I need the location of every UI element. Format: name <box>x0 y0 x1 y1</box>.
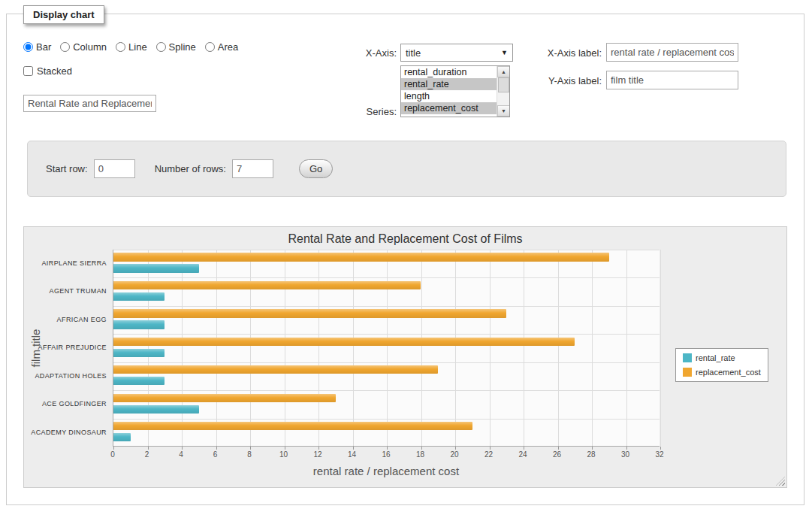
gridline <box>490 250 491 446</box>
bar-replacement_cost[interactable] <box>113 253 609 261</box>
stacked-checkbox[interactable] <box>23 66 33 76</box>
category-label: AIRPLANE SIERRA <box>24 250 107 277</box>
x-tick-label: 26 <box>553 450 561 459</box>
bar-replacement_cost[interactable] <box>113 365 438 374</box>
x-tick-label: 0 <box>110 450 115 459</box>
tick-mark <box>490 447 491 450</box>
bar-replacement_cost[interactable] <box>113 394 336 402</box>
scroll-down-icon[interactable]: ▼ <box>497 105 510 117</box>
resize-handle-icon[interactable] <box>776 477 785 486</box>
dropdown-arrow-icon: ▼ <box>501 49 508 56</box>
x-axis-select-label: X-Axis: <box>321 47 397 59</box>
bar-rental_rate[interactable] <box>113 405 199 414</box>
start-row-input[interactable] <box>94 159 135 178</box>
legend-item-replacement_cost[interactable]: replacement_cost <box>683 368 761 377</box>
chart-type-label: Line <box>128 41 147 53</box>
chart-type-option-area[interactable]: Area <box>205 41 238 53</box>
gridline <box>318 250 319 446</box>
x-tick-label: 10 <box>279 450 288 459</box>
tick-mark <box>285 447 285 450</box>
x-tick-label: 30 <box>621 450 629 459</box>
gridline <box>558 250 559 446</box>
chart-type-radio-spline[interactable] <box>156 42 166 52</box>
x-tick-label: 14 <box>348 450 356 459</box>
tick-mark <box>148 447 149 450</box>
stacked-label: Stacked <box>37 65 72 77</box>
chart-type-radio-group: BarColumnLineSplineArea <box>23 41 238 53</box>
chart-type-radio-line[interactable] <box>116 42 125 52</box>
x-axis-label-input[interactable] <box>606 43 738 62</box>
number-of-rows-input[interactable] <box>232 159 273 178</box>
series-option-rental_duration[interactable]: rental_duration <box>401 66 497 78</box>
gridline <box>182 250 183 446</box>
chart-type-label: Bar <box>36 41 51 53</box>
bar-rental_rate[interactable] <box>113 377 165 385</box>
chart-title-input[interactable] <box>23 95 156 112</box>
series-option-length[interactable]: length <box>401 90 497 102</box>
chart-container: Rental Rate and Replacement Cost of Film… <box>23 226 787 488</box>
chart-type-option-bar[interactable]: Bar <box>23 41 51 53</box>
x-tick-label: 32 <box>655 450 663 459</box>
bar-rental_rate[interactable] <box>113 320 165 329</box>
scroll-thumb[interactable] <box>498 77 509 92</box>
x-axis-select-value: title <box>406 47 421 59</box>
x-tick-label: 16 <box>382 450 390 459</box>
bar-rental_rate[interactable] <box>113 292 165 301</box>
bar-replacement_cost[interactable] <box>113 309 506 317</box>
category-label: AFRICAN EGG <box>24 306 107 334</box>
scroll-up-icon[interactable]: ▲ <box>497 66 510 77</box>
chart-type-label: Column <box>73 41 107 53</box>
series-label: Series: <box>321 106 397 117</box>
stacked-option[interactable]: Stacked <box>23 65 72 77</box>
tick-mark <box>113 447 114 450</box>
chart-type-option-column[interactable]: Column <box>60 41 107 53</box>
gridline <box>387 250 388 446</box>
panel-title: Display chart <box>23 5 104 24</box>
tick-mark <box>182 447 183 450</box>
chart-type-radio-column[interactable] <box>60 42 70 52</box>
tick-mark <box>387 447 388 450</box>
chart-type-radio-area[interactable] <box>205 42 215 52</box>
x-axis-select[interactable]: title ▼ <box>400 44 513 62</box>
tick-mark <box>660 447 661 450</box>
x-tick-label: 4 <box>179 450 183 459</box>
legend-label: replacement_cost <box>696 368 761 377</box>
chart-type-option-spline[interactable]: Spline <box>156 41 196 53</box>
tick-mark <box>592 447 593 450</box>
start-row-label: Start row: <box>46 163 88 174</box>
chart-type-label: Area <box>218 41 238 53</box>
series-scrollbar[interactable]: ▲ ▼ <box>497 66 509 117</box>
bar-rental_rate[interactable] <box>113 264 199 272</box>
plot-area <box>113 250 660 447</box>
chart-type-label: Spline <box>169 41 196 53</box>
x-tick-label: 24 <box>518 450 527 459</box>
bar-rental_rate[interactable] <box>113 433 131 441</box>
tick-mark <box>353 447 354 450</box>
bar-rental_rate[interactable] <box>113 349 165 357</box>
chart-legend: rental_ratereplacement_cost <box>675 348 768 382</box>
x-axis-tick-labels: 02468101214161820222426283032 <box>113 450 660 461</box>
bar-replacement_cost[interactable] <box>113 281 421 289</box>
y-axis-label-input[interactable] <box>606 71 738 89</box>
gridline <box>592 250 593 446</box>
category-label: ACE GOLDFINGER <box>24 390 107 418</box>
x-tick-label: 2 <box>145 450 149 459</box>
x-tick-label: 6 <box>213 450 218 459</box>
display-chart-panel: Display chart BarColumnLineSplineArea St… <box>6 14 804 505</box>
legend-label: rental_rate <box>696 353 735 362</box>
legend-item-rental_rate[interactable]: rental_rate <box>683 353 761 362</box>
legend-swatch-icon <box>683 368 692 377</box>
series-listbox[interactable]: rental_durationrental_ratelengthreplacem… <box>400 65 510 117</box>
bar-replacement_cost[interactable] <box>113 422 472 430</box>
gridline <box>455 250 456 446</box>
gridline <box>626 250 627 446</box>
tick-mark <box>524 447 524 450</box>
category-axis-labels: AIRPLANE SIERRAAGENT TRUMANAFRICAN EGGAF… <box>24 250 107 447</box>
tick-mark <box>250 447 251 450</box>
chart-type-radio-bar[interactable] <box>23 42 33 52</box>
series-option-replacement_cost[interactable]: replacement_cost <box>401 102 497 114</box>
go-button[interactable]: Go <box>299 159 333 178</box>
bar-replacement_cost[interactable] <box>113 338 575 346</box>
chart-type-option-line[interactable]: Line <box>116 41 147 53</box>
series-option-rental_rate[interactable]: rental_rate <box>401 78 497 90</box>
